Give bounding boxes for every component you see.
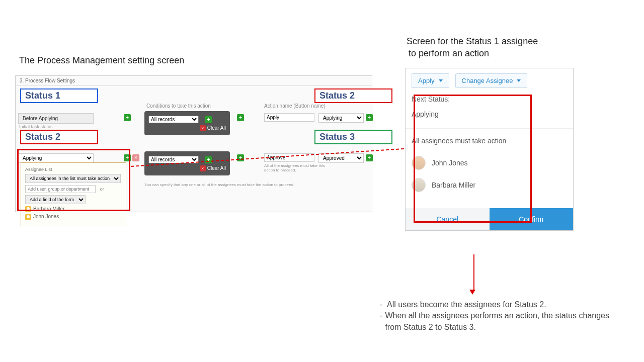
right-caption-2: to perform an action [409, 48, 489, 59]
highlight-status-2-b: Status 2 [20, 130, 98, 144]
user-icon [25, 214, 31, 220]
close-icon: × [200, 165, 206, 171]
clear-all-2[interactable]: ×Clear All [148, 165, 226, 171]
condition-pill-1: All records + ×Clear All [144, 111, 230, 135]
remove-icon[interactable]: × [132, 154, 139, 161]
change-assignee-dropdown-button[interactable]: Change Assignee [455, 73, 528, 88]
left-caption: The Process Management setting screen [19, 55, 184, 66]
close-icon: × [200, 125, 206, 131]
add-icon[interactable]: + [124, 114, 131, 121]
col-header-conditions: Conditions to take this action [146, 103, 211, 109]
add-icon[interactable]: + [205, 116, 212, 123]
next-status-select-1[interactable]: Applying [318, 113, 364, 123]
right-caption-1: Screen for the Status 1 assignee [407, 36, 538, 47]
add-icon[interactable]: + [366, 114, 373, 121]
add-icon[interactable]: + [237, 114, 244, 121]
chevron-down-icon [439, 79, 443, 82]
highlight-status-3: Status 3 [314, 130, 392, 144]
chevron-down-icon [517, 79, 521, 82]
highlight-box-assignee [17, 149, 130, 211]
highlight-status-1: Status 1 [20, 88, 98, 103]
add-icon[interactable]: + [205, 156, 212, 163]
action-note: All of the assignees must take this acti… [264, 163, 335, 172]
add-icon[interactable]: + [237, 154, 244, 161]
assignee-user-row: John Jones [25, 214, 122, 220]
arrow-down-icon [472, 254, 475, 295]
action-name-input-1[interactable] [264, 113, 314, 122]
add-icon[interactable]: + [366, 154, 373, 161]
bullet-2: When all the assignees performs an actio… [385, 310, 621, 333]
col-header-action-name: Action name (Button name) [264, 103, 326, 109]
next-status-select-2[interactable]: Approved [318, 153, 364, 163]
footer-note: You can specify that any one or all of t… [144, 183, 346, 187]
panel-section-title: 3. Process Flow Settings [16, 76, 372, 86]
status-name-1: Before Applying [18, 113, 94, 124]
explanation-bullets: -All users become the assignees for Stat… [380, 299, 621, 333]
highlight-box-action-panel [414, 95, 532, 223]
apply-dropdown-button[interactable]: Apply [412, 73, 449, 88]
clear-all-1[interactable]: ×Clear All [148, 125, 226, 131]
bullet-1: All users become the assignees for Statu… [387, 299, 546, 310]
status-sub-1: Initial task status [19, 124, 53, 129]
highlight-status-2-a: Status 2 [314, 88, 392, 103]
condition-select-1[interactable]: All records [148, 116, 199, 123]
condition-pill-2: All records + ×Clear All [144, 151, 230, 175]
